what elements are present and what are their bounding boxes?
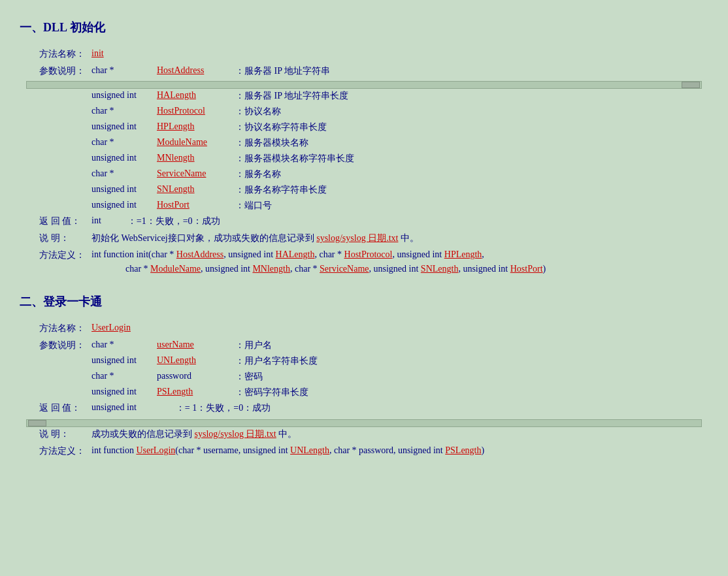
params-header-2: 参数说明： char * userName ： 用户名 bbox=[20, 340, 708, 351]
return-desc-1: =1：失败，=0：成功 bbox=[137, 216, 220, 227]
param-row-pslength: unsigned int PSLength ： 密码字符串长度 bbox=[20, 387, 708, 398]
method-name-value: init bbox=[91, 48, 104, 60]
param2-first-type: char * bbox=[91, 340, 157, 351]
method-label: 方法名称： bbox=[39, 48, 91, 60]
param-row-hplength: unsigned int HPLength ： 协议名称字符串长度 bbox=[20, 121, 708, 133]
params-header: 参数说明： char * HostAddress ： 服务器 IP 地址字符串 bbox=[20, 65, 708, 77]
note-label-1: 说 明： bbox=[39, 232, 91, 244]
section1-title: 一、DLL 初始化 bbox=[20, 20, 708, 35]
param-row-snlength: unsigned int SNLength ： 服务名称字符串长度 bbox=[20, 184, 708, 196]
first-param-type: char * bbox=[91, 65, 157, 77]
def-line2-1: char * ModuleName, unsigned int MNlength… bbox=[20, 264, 708, 274]
param-row-password: char * password ： 密码 bbox=[20, 371, 708, 383]
param-row-servicename: char * ServiceName ： 服务名称 bbox=[20, 168, 708, 180]
def-row-2: 方法定义： int function UserLogin(char * user… bbox=[20, 445, 708, 457]
param-row-hostprotocol: char * HostProtocol ： 协议名称 bbox=[20, 106, 708, 118]
def-text-1: int function init(char * HostAddress, un… bbox=[91, 249, 484, 261]
def-label-1: 方法定义： bbox=[39, 249, 91, 261]
return-type-1: int bbox=[91, 216, 101, 227]
note-text-2: 成功或失败的信息记录到 syslog/syslog 日期.txt 中。 bbox=[91, 428, 297, 440]
section2-title: 二、登录一卡通 bbox=[20, 294, 708, 310]
note-label-2: 说 明： bbox=[39, 428, 91, 440]
return-label-1: 返 回 值： bbox=[39, 216, 91, 227]
method-name-row: 方法名称： init bbox=[20, 48, 708, 60]
method-name-row-2: 方法名称： UserLogin bbox=[20, 323, 708, 334]
param-row-mnlength: unsigned int MNlength ： 服务器模块名称字符串长度 bbox=[20, 153, 708, 165]
params-label: 参数说明： bbox=[39, 65, 91, 77]
first-param-desc: 服务器 IP 地址字符串 bbox=[244, 65, 330, 77]
def-row-1: 方法定义： int function init(char * HostAddre… bbox=[20, 249, 708, 261]
first-param-colon: ： bbox=[235, 65, 244, 77]
param-row-hostport: unsigned int HostPort ： 端口号 bbox=[20, 200, 708, 212]
page-content: 一、DLL 初始化 方法名称： init 参数说明： char * HostAd… bbox=[20, 20, 708, 457]
params-label-2: 参数说明： bbox=[39, 340, 91, 351]
note-text-1: 初始化 WebServicej接口对象，成功或失败的信息记录到 syslog/s… bbox=[91, 232, 419, 244]
scrollbar-bottom[interactable] bbox=[20, 419, 708, 427]
param-row-unlength: unsigned int UNLength ： 用户名字符串长度 bbox=[20, 355, 708, 367]
return-type-2: unsigned int bbox=[91, 402, 137, 414]
return-row-1: 返 回 值： int ： =1：失败，=0：成功 bbox=[20, 216, 708, 227]
method-name-value-2: UserLogin bbox=[91, 323, 131, 334]
note-row-2: 说 明： 成功或失败的信息记录到 syslog/syslog 日期.txt 中。 bbox=[20, 428, 708, 440]
param-row-modulename: char * ModuleName ： 服务器模块名称 bbox=[20, 137, 708, 149]
return-label-2: 返 回 值： bbox=[39, 402, 91, 414]
return-colon-2: ： bbox=[176, 402, 185, 414]
section-dll-init: 一、DLL 初始化 方法名称： init 参数说明： char * HostAd… bbox=[20, 20, 708, 274]
method-label-2: 方法名称： bbox=[39, 323, 91, 334]
param2-first-name: userName bbox=[157, 340, 235, 351]
def-label-2: 方法定义： bbox=[39, 445, 91, 457]
first-param-name: HostAddress bbox=[157, 65, 235, 77]
return-colon-1: ： bbox=[127, 216, 137, 227]
return-row-2: 返 回 值： unsigned int ： = 1：失败，=0：成功 bbox=[20, 402, 708, 414]
note-row-1: 说 明： 初始化 WebServicej接口对象，成功或失败的信息记录到 sys… bbox=[20, 232, 708, 244]
param2-first-colon: ： bbox=[235, 340, 244, 351]
def-text-2: int function UserLogin(char * username, … bbox=[91, 445, 484, 457]
param2-first-desc: 用户名 bbox=[244, 340, 272, 351]
scrollbar-top[interactable] bbox=[20, 81, 708, 89]
section-login: 二、登录一卡通 方法名称： UserLogin 参数说明： char * use… bbox=[20, 294, 708, 457]
param-row-halength: unsigned int HALength ： 服务器 IP 地址字符串长度 bbox=[20, 90, 708, 102]
return-desc-2: = 1：失败，=0：成功 bbox=[185, 402, 271, 414]
